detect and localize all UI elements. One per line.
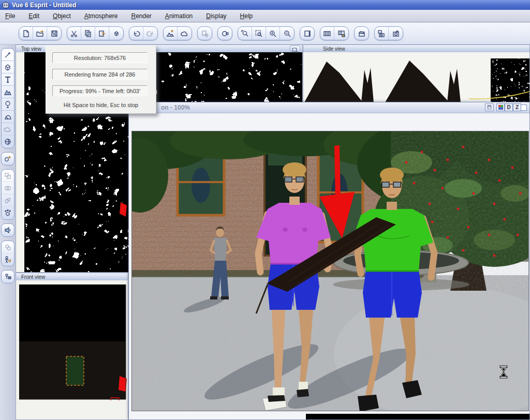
zoom-region-icon xyxy=(241,29,249,38)
zoom-group xyxy=(238,26,295,40)
scatter-replicate-button[interactable] xyxy=(2,207,14,219)
animation-setup-button[interactable] xyxy=(355,27,369,40)
zoom-in-button[interactable] xyxy=(266,27,280,40)
metablob-icon xyxy=(4,197,12,205)
camera-group xyxy=(1,270,14,283)
front-view-panel: Front view xyxy=(16,273,128,420)
scene-group xyxy=(163,26,192,40)
render-window-title: on - 100% xyxy=(161,104,190,111)
progress-resolution: Resolution: 768x576 xyxy=(52,52,148,63)
zoom-region-button[interactable] xyxy=(238,27,252,40)
menu-item-animation[interactable]: Animation xyxy=(165,12,193,20)
scatter-replicate-icon xyxy=(4,209,12,217)
save-button[interactable] xyxy=(47,27,61,40)
fit-view-icon xyxy=(303,29,312,38)
zoom-selection-button[interactable] xyxy=(252,27,266,40)
create-terrain-button[interactable] xyxy=(2,86,14,98)
duplicate-cube-icon xyxy=(112,29,121,38)
render-window-close-button[interactable] xyxy=(521,104,527,111)
display-options-button[interactable] xyxy=(218,27,232,40)
menu-item-object[interactable]: Object xyxy=(53,12,71,20)
left-tool-palette xyxy=(0,44,16,420)
sound-tool-button[interactable] xyxy=(2,224,14,236)
camera-person-icon xyxy=(4,273,12,281)
new-document-icon xyxy=(22,29,30,38)
display-options-icon xyxy=(221,29,229,38)
channel-zbuffer-button[interactable]: Z xyxy=(513,103,521,111)
boolean-objects-button[interactable] xyxy=(2,182,14,194)
paste-button[interactable] xyxy=(95,27,109,40)
create-cloud-button[interactable] xyxy=(2,123,14,136)
save-animation-button[interactable] xyxy=(334,27,348,40)
poser-group xyxy=(1,241,14,266)
open-button[interactable] xyxy=(33,27,47,40)
render-options-button[interactable] xyxy=(375,27,389,40)
filmstrip-icon xyxy=(323,29,331,38)
channel-depth-button[interactable]: D xyxy=(505,103,513,111)
paste-object-button[interactable] xyxy=(198,27,212,40)
menu-item-atmosphere[interactable]: Atmosphere xyxy=(84,12,118,20)
render-window[interactable]: on - 100% D Z xyxy=(128,102,530,420)
load-object-button[interactable] xyxy=(2,153,14,165)
render-button[interactable] xyxy=(389,27,403,40)
display-options-group xyxy=(217,26,232,40)
edit-tools-button[interactable] xyxy=(2,49,14,61)
menu-item-file[interactable]: File xyxy=(5,12,15,20)
redo-button[interactable] xyxy=(143,27,157,40)
cloud-icon xyxy=(181,29,189,38)
render-window-titlebar[interactable]: on - 100% D Z xyxy=(129,102,529,113)
undo-arrow-icon xyxy=(132,29,140,38)
menu-item-render[interactable]: Render xyxy=(131,12,151,20)
file-group xyxy=(19,26,62,40)
add-to-scene-button[interactable] xyxy=(178,27,192,40)
import-poser-button[interactable] xyxy=(2,253,14,266)
duplicate-button[interactable] xyxy=(109,27,123,40)
object-ops-group xyxy=(1,169,14,220)
load-scene-button[interactable] xyxy=(164,27,178,40)
redo-arrow-icon xyxy=(146,29,155,38)
new-button[interactable] xyxy=(19,27,33,40)
create-rock-button[interactable] xyxy=(2,111,14,123)
front-view-viewport[interactable] xyxy=(16,280,128,419)
render-animation-button[interactable] xyxy=(320,27,334,40)
fit-view-button[interactable] xyxy=(300,27,314,40)
cut-button[interactable] xyxy=(67,27,81,40)
speaker-icon xyxy=(4,226,12,234)
menu-item-help[interactable]: Help xyxy=(240,12,253,20)
front-view-header: Front view xyxy=(16,273,128,280)
scene-svg xyxy=(132,131,528,411)
create-primitive-button[interactable] xyxy=(2,61,14,73)
top-view-label: Top view xyxy=(21,46,41,52)
menu-item-display[interactable]: Display xyxy=(206,12,226,20)
hourglass-cursor-icon xyxy=(499,365,508,379)
side-view-label: Side view xyxy=(323,46,345,52)
render-progress-popup: Resolution: 768x576 Rendering frame 284 … xyxy=(46,46,156,114)
zoom-out-button[interactable] xyxy=(280,27,294,40)
wand-icon xyxy=(4,51,12,59)
undo-button[interactable] xyxy=(129,27,143,40)
channel-color-button[interactable] xyxy=(496,103,505,111)
load-object-group xyxy=(1,152,14,166)
camera-capture-button[interactable] xyxy=(2,271,14,283)
menu-item-edit[interactable]: Edit xyxy=(28,12,39,20)
rendered-image[interactable] xyxy=(131,131,529,411)
side-view-header: Side view xyxy=(303,45,529,52)
load-atmosphere-button[interactable] xyxy=(2,136,14,148)
scissors-icon xyxy=(70,29,78,38)
front-view-label: Front view xyxy=(21,274,45,280)
create-text-button[interactable] xyxy=(2,73,14,86)
tree-icon xyxy=(4,100,12,109)
menu-bar: File Edit Object Atmosphere Render Anima… xyxy=(0,10,530,22)
copy-button[interactable] xyxy=(81,27,95,40)
app-icon xyxy=(2,2,9,9)
top-view-display-button[interactable] xyxy=(290,46,300,52)
poser-group-button[interactable] xyxy=(2,241,14,253)
group-objects-button[interactable] xyxy=(2,170,14,182)
undo-group xyxy=(129,26,158,40)
metablob-objects-button[interactable] xyxy=(2,194,14,207)
render-save-button[interactable] xyxy=(485,103,494,111)
view-display-icon xyxy=(292,48,298,52)
window-titlebar[interactable]: Vue 6 Esprit - Untitled xyxy=(0,0,530,10)
create-plant-button[interactable] xyxy=(2,98,14,111)
edit-group xyxy=(67,26,124,40)
